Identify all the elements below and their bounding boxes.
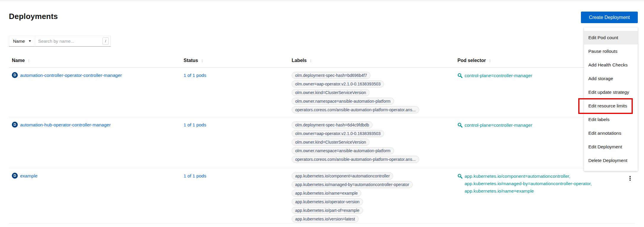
status-cell: 1 of 1 pods xyxy=(181,68,289,117)
label-chip[interactable]: operators.coreos.com/ansible-automation-… xyxy=(292,106,419,113)
menu-item-edit-annotations[interactable]: Edit annotations xyxy=(584,126,638,140)
filter-type-label: Name xyxy=(13,39,25,44)
menu-item-pause-rollouts[interactable]: Pause rollouts xyxy=(584,45,638,58)
menu-item-edit-deployment[interactable]: Edit Deployment xyxy=(584,140,638,154)
menu-item-edit-pod-count[interactable]: Edit Pod count xyxy=(584,31,638,45)
label-chip[interactable]: olm.owner=aap-operator.v2.1.0-0.16383935… xyxy=(292,130,384,137)
label-chip[interactable]: app.kubernetes.io/name=example xyxy=(292,190,361,197)
pod-selector-link[interactable]: app.kubernetes.io/managed-by=automationc… xyxy=(465,180,592,187)
search-icon xyxy=(457,174,462,180)
labels-cell: olm.deployment-spec-hash=6d4c9fdbdbolm.o… xyxy=(289,117,455,168)
label-chip[interactable]: olm.owner.namespace=ansible-automation-p… xyxy=(292,147,394,154)
pod-selector-links: control-plane=controller-manager xyxy=(465,72,532,79)
label-chip[interactable]: app.kubernetes.io/operator-version xyxy=(292,198,363,205)
pod-selector-link[interactable]: control-plane=controller-manager xyxy=(465,121,532,129)
label-chip[interactable]: olm.deployment-spec-hash=bd696b4f7 xyxy=(292,72,370,79)
deployment-badge: D xyxy=(12,72,18,78)
name-cell: D automation-hub-operator-controller-man… xyxy=(9,117,181,168)
sort-icon: ↕ xyxy=(28,58,30,63)
search-box: / xyxy=(35,36,111,47)
pod-selector-links: control-plane=controller-manager xyxy=(465,121,532,129)
pod-selector-cell: app.kubernetes.io/component=automationco… xyxy=(455,168,635,223)
top-divider xyxy=(0,1,644,1)
label-chip[interactable]: olm.owner.namespace=ansible-automation-p… xyxy=(292,98,394,105)
column-header-status[interactable]: Status ↕ xyxy=(181,58,289,63)
deployments-table: Name ↕ Status ↕ Labels ↕ Pod selector ↕ … xyxy=(9,53,635,223)
menu-item-edit-labels[interactable]: Edit labels xyxy=(584,113,638,126)
pods-status-link[interactable]: 1 of 1 pods xyxy=(184,173,206,178)
menu-item-add-storage[interactable]: Add storage xyxy=(584,72,638,85)
label-chip[interactable]: app.kubernetes.io/managed-by=automationc… xyxy=(292,181,413,188)
status-cell: 1 of 1 pods xyxy=(181,168,289,223)
search-icon xyxy=(457,73,462,79)
actions-dropdown-menu: Edit Pod countPause rolloutsAdd Health C… xyxy=(584,27,638,171)
table-row: D example 1 of 1 pods app.kubernetes.io/… xyxy=(9,168,635,223)
deployment-name-link[interactable]: example xyxy=(20,172,38,180)
menu-item-edit-update-strategy[interactable]: Edit update strategy xyxy=(584,85,638,99)
label-chip[interactable]: olm.owner=aap-operator.v2.1.0-0.16383935… xyxy=(292,80,384,88)
column-header-name[interactable]: Name ↕ xyxy=(9,58,181,63)
create-deployment-button[interactable]: Create Deployment xyxy=(581,12,638,23)
filter-type-dropdown[interactable]: Name xyxy=(9,36,35,47)
pods-status-link[interactable]: 1 of 1 pods xyxy=(184,73,206,78)
deployment-badge: D xyxy=(12,122,18,128)
pod-selector-link[interactable]: app.kubernetes.io/component=automationco… xyxy=(465,172,592,180)
column-header-label: Name xyxy=(12,58,25,63)
table-body: D automation-controller-operator-control… xyxy=(9,68,635,223)
deployment-name-link[interactable]: automation-controller-operator-controlle… xyxy=(20,72,122,79)
name-cell: D example xyxy=(9,168,181,223)
label-chip[interactable]: app.kubernetes.io/version=latest xyxy=(292,215,359,223)
menu-item-add-health-checks[interactable]: Add Health Checks xyxy=(584,58,638,72)
menu-item-delete-deployment[interactable]: Delete Deployment xyxy=(584,154,638,167)
table-header-row: Name ↕ Status ↕ Labels ↕ Pod selector ↕ xyxy=(9,53,635,68)
slash-shortcut-hint: / xyxy=(102,37,109,45)
label-chip[interactable]: app.kubernetes.io/part-of=example xyxy=(292,207,363,214)
labels-cell: olm.deployment-spec-hash=bd696b4f7olm.ow… xyxy=(289,68,455,117)
pod-selector-link[interactable]: control-plane=controller-manager xyxy=(465,72,532,79)
column-header-label: Labels xyxy=(292,58,307,63)
kebab-menu-button[interactable] xyxy=(627,174,633,182)
filter-toolbar: Name / xyxy=(9,36,111,47)
sort-icon: ↕ xyxy=(489,58,491,63)
table-row: D automation-hub-operator-controller-man… xyxy=(9,117,635,168)
status-cell: 1 of 1 pods xyxy=(181,117,289,168)
chevron-down-icon xyxy=(29,40,31,42)
table-row: D automation-controller-operator-control… xyxy=(9,68,635,117)
label-chip[interactable]: operators.coreos.com/ansible-automation-… xyxy=(292,156,419,163)
deployment-name-link[interactable]: automation-hub-operator-controller-manag… xyxy=(20,121,111,128)
column-header-label: Status xyxy=(184,58,198,63)
pod-selector-link[interactable]: app.kubernetes.io/name=example xyxy=(465,187,592,195)
sort-icon: ↕ xyxy=(310,58,312,63)
menu-item-edit-resource-limits[interactable]: Edit resource limits xyxy=(584,99,638,113)
search-input[interactable] xyxy=(35,36,110,46)
page-title: Deployments xyxy=(9,12,58,21)
label-chip[interactable]: olm.owner.kind=ClusterServiceVersion xyxy=(292,89,370,96)
pods-status-link[interactable]: 1 of 1 pods xyxy=(184,122,206,127)
name-cell: D automation-controller-operator-control… xyxy=(9,68,181,117)
sort-icon: ↕ xyxy=(201,58,203,63)
column-header-labels[interactable]: Labels ↕ xyxy=(289,58,455,63)
column-header-label: Pod selector xyxy=(457,58,486,63)
label-chip[interactable]: olm.deployment-spec-hash=6d4c9fdbdb xyxy=(292,121,372,128)
pod-selector-links: app.kubernetes.io/component=automationco… xyxy=(465,172,592,195)
labels-cell: app.kubernetes.io/component=automationco… xyxy=(289,168,455,223)
deployment-badge: D xyxy=(12,173,18,179)
search-icon xyxy=(457,123,462,129)
label-chip[interactable]: app.kubernetes.io/component=automationco… xyxy=(292,172,393,180)
label-chip[interactable]: olm.owner.kind=ClusterServiceVersion xyxy=(292,139,370,146)
